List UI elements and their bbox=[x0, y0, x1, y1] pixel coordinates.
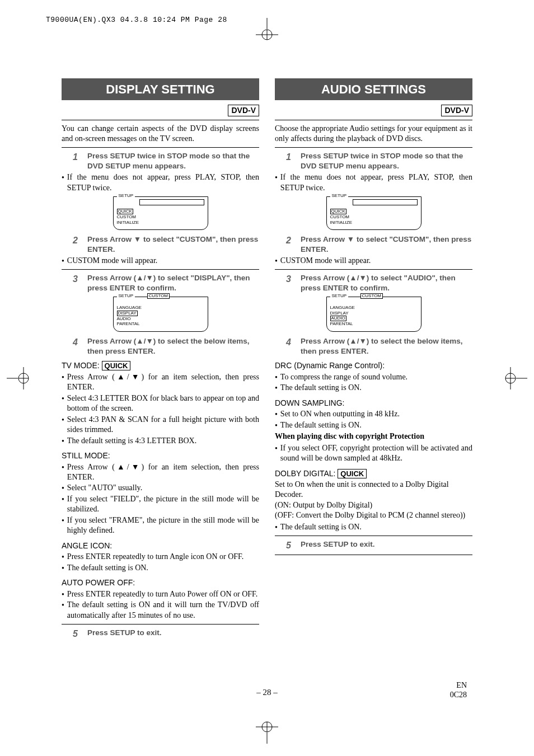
step-number: 4 bbox=[286, 336, 295, 356]
auto-power-off-heading: AUTO POWER OFF: bbox=[62, 577, 259, 588]
menu-highlight: DISPLAY bbox=[117, 311, 138, 316]
quick-badge: QUICK bbox=[338, 469, 367, 478]
menu-item: LANGUAGE bbox=[330, 305, 418, 311]
intro-text: You can change certain aspects of the DV… bbox=[62, 124, 259, 144]
divider bbox=[275, 536, 472, 536]
bullet: The default setting is 4:3 LETTER BOX. bbox=[62, 436, 259, 446]
bullet: Select 4:3 PAN & SCAN for a full height … bbox=[62, 415, 259, 435]
step-text: Press SETUP to exit. bbox=[301, 539, 375, 551]
down-sampling-heading: DOWN SAMPLING: bbox=[275, 398, 472, 408]
print-header: T9000UA(EN).QX3 04.3.8 10:24 PM Page 28 bbox=[46, 16, 227, 24]
step-4: 4 Press Arrow (▲/▼) to select the below … bbox=[73, 336, 259, 356]
setup-menu-diagram-1: SETUP QUICK CUSTOM INITIALIZE bbox=[326, 196, 421, 230]
menu-highlight: QUICK bbox=[330, 209, 346, 214]
step-2: 2 Press Arrow ▼ to select "CUSTOM", then… bbox=[286, 234, 472, 255]
dolby-digital-heading: DOLBY DIGITAL: QUICK bbox=[275, 468, 472, 478]
menu-item: INITIALIZE bbox=[117, 220, 204, 226]
step-text: Press Arrow ▼ to select "CUSTOM", then p… bbox=[87, 234, 259, 255]
divider bbox=[62, 269, 259, 270]
divider bbox=[62, 120, 259, 120]
bullet: If you select "FIELD", the picture in th… bbox=[62, 494, 259, 515]
step-number: 2 bbox=[73, 234, 82, 255]
step-number: 3 bbox=[73, 273, 82, 293]
menu-highlight: QUICK bbox=[117, 209, 133, 214]
menu-subtab: CUSTOM bbox=[360, 293, 383, 299]
step-text: Press Arrow (▲/▼) to select "DISPLAY", t… bbox=[87, 273, 259, 293]
bullet: The default setting is ON. bbox=[275, 383, 472, 393]
quick-badge: QUICK bbox=[102, 361, 131, 370]
step-text: Press SETUP to exit. bbox=[87, 628, 162, 640]
menu-item: DISPLAY bbox=[330, 311, 418, 316]
setup-menu-diagram-2: SETUP CUSTOM LANGUAGE DISPLAY AUDIO PARE… bbox=[113, 297, 208, 332]
divider bbox=[62, 624, 259, 624]
right-column: AUDIO SETTINGS DVD-V Choose the appropri… bbox=[275, 78, 472, 689]
menu-tab: SETUP bbox=[330, 193, 349, 199]
setup-menu-diagram-1: SETUP QUICK CUSTOM INITIALIZE bbox=[113, 196, 208, 230]
step-number: 5 bbox=[286, 539, 295, 551]
menu-item: LANGUAGE bbox=[117, 305, 204, 311]
bullet: Press ENTER repeatedly to turn Auto Powe… bbox=[62, 589, 259, 599]
svg-point-6 bbox=[18, 373, 29, 383]
bullet: Select "AUTO" usually. bbox=[62, 483, 259, 493]
bullet: CUSTOM mode will appear. bbox=[62, 256, 259, 266]
dvd-v-badge: DVD-V bbox=[441, 105, 472, 116]
bullet: The default setting is ON and it will tu… bbox=[62, 600, 259, 621]
step-text: Press Arrow ▼ to select "CUSTOM", then p… bbox=[301, 234, 472, 255]
dolby-text: (ON: Output by Dolby Digital) bbox=[275, 500, 472, 510]
tv-mode-heading: TV MODE: QUICK bbox=[62, 360, 259, 370]
menu-tab: SETUP bbox=[117, 193, 135, 199]
bullet: To compress the range of sound volume. bbox=[275, 372, 472, 382]
step-number: 5 bbox=[73, 628, 82, 640]
dvd-v-badge: DVD-V bbox=[228, 105, 259, 116]
step-5: 5 Press SETUP to exit. bbox=[73, 628, 259, 640]
step-2: 2 Press Arrow ▼ to select "CUSTOM", then… bbox=[73, 234, 259, 255]
step-number: 1 bbox=[73, 151, 82, 171]
divider bbox=[275, 269, 472, 270]
menu-item: PARENTAL bbox=[117, 321, 204, 327]
footer-code: EN0C28 bbox=[450, 681, 467, 700]
menu-item: CUSTOM bbox=[330, 214, 418, 220]
step-text: Press Arrow (▲/▼) to select "AUDIO", the… bbox=[301, 273, 472, 293]
step-1: 1 Press SETUP twice in STOP mode so that… bbox=[286, 151, 472, 171]
copyright-heading: When playing disc with copyright Protect… bbox=[275, 431, 472, 442]
menu-subtab: CUSTOM bbox=[147, 293, 170, 299]
bullet: Set to ON when outputting in 48 kHz. bbox=[275, 409, 472, 419]
step-number: 4 bbox=[73, 336, 82, 356]
dolby-text: Set to On when the unit is connected to … bbox=[275, 480, 472, 500]
menu-tab: SETUP bbox=[330, 293, 349, 299]
angle-icon-heading: ANGLE ICON: bbox=[62, 541, 259, 551]
intro-text: Choose the appropriate Audio settings fo… bbox=[275, 124, 472, 144]
bullet: The default setting is ON. bbox=[62, 563, 259, 573]
bullet: Press ENTER repeatedly to turn Angle ico… bbox=[62, 552, 259, 562]
bullet: If you select OFF, copyright protection … bbox=[275, 443, 472, 464]
step-3: 3 Press Arrow (▲/▼) to select "DISPLAY",… bbox=[73, 273, 259, 293]
step-text: Press Arrow (▲/▼) to select the below it… bbox=[301, 336, 472, 356]
crop-mark-bottom bbox=[256, 721, 278, 744]
bullet: Press Arrow (▲/▼) for an item selection,… bbox=[62, 462, 259, 483]
bullet: If the menu does not appear, press PLAY,… bbox=[275, 172, 472, 193]
still-mode-heading: STILL MODE: bbox=[62, 450, 259, 461]
divider bbox=[62, 147, 259, 148]
svg-point-2 bbox=[262, 30, 272, 40]
audio-settings-title: AUDIO SETTINGS bbox=[275, 78, 472, 100]
crop-mark-top bbox=[256, 18, 278, 40]
setup-menu-diagram-2: SETUP CUSTOM LANGUAGE DISPLAY AUDIO PARE… bbox=[326, 297, 421, 332]
divider bbox=[275, 555, 472, 555]
menu-item: AUDIO bbox=[117, 316, 204, 322]
bullet: Press Arrow (▲/▼) for an item selection,… bbox=[62, 372, 259, 393]
menu-item: INITIALIZE bbox=[330, 220, 418, 226]
step-number: 3 bbox=[286, 273, 295, 293]
step-number: 2 bbox=[286, 234, 295, 255]
step-text: Press SETUP twice in STOP mode so that t… bbox=[87, 151, 259, 171]
bullet: CUSTOM mode will appear. bbox=[275, 256, 472, 266]
svg-point-14 bbox=[262, 722, 272, 732]
left-column: DISPLAY SETTING DVD-V You can change cer… bbox=[62, 78, 259, 689]
bullet: If the menu does not appear, press PLAY,… bbox=[62, 172, 259, 193]
crop-mark-right bbox=[505, 367, 527, 389]
svg-point-10 bbox=[505, 373, 516, 383]
divider bbox=[275, 147, 472, 148]
step-5: 5 Press SETUP to exit. bbox=[286, 539, 472, 551]
step-3: 3 Press Arrow (▲/▼) to select "AUDIO", t… bbox=[286, 273, 472, 293]
divider bbox=[275, 120, 472, 120]
step-number: 1 bbox=[286, 151, 295, 171]
